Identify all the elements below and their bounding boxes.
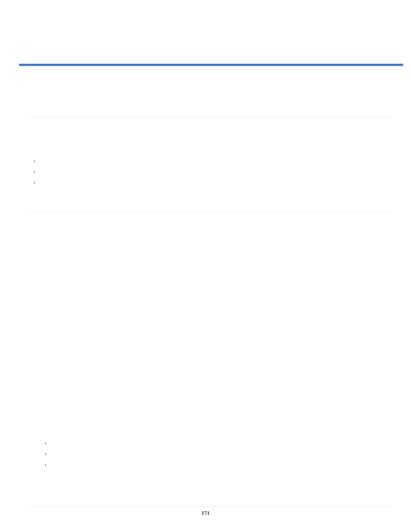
list-item: [34, 156, 40, 167]
divider: [30, 211, 391, 212]
list-item: [34, 177, 40, 188]
list-item: [45, 438, 51, 449]
header-rule: [19, 64, 403, 66]
page-number: 171: [0, 510, 411, 516]
list-item: [34, 167, 40, 177]
list-item: [45, 460, 51, 470]
divider: [30, 117, 391, 117]
document-page: 171: [0, 0, 411, 532]
bullet-list-2: [45, 438, 51, 470]
bullet-list-1: [34, 156, 40, 188]
list-item: [45, 449, 51, 460]
divider: [30, 506, 391, 507]
